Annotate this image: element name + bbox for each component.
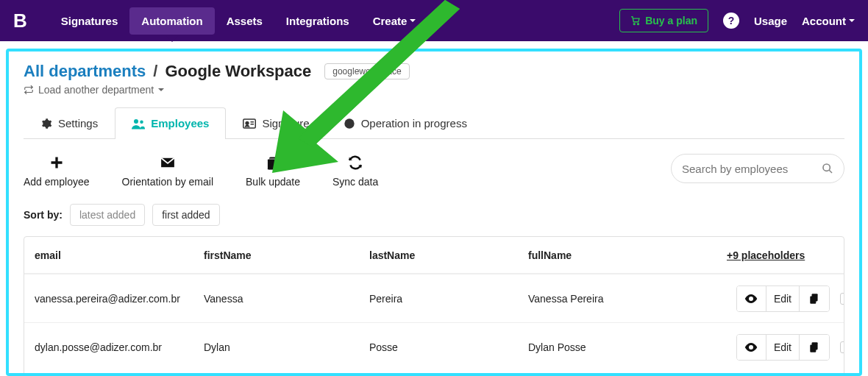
- table-row: vanessa.pereira@adizer.com.br Vanessa Pe…: [24, 274, 844, 322]
- brand-logo: B: [13, 10, 27, 32]
- nav-items: Signatures Automation Assets Integration…: [49, 7, 428, 35]
- id-card-icon: [243, 118, 256, 129]
- chevron-down-icon: [410, 19, 416, 25]
- chevron-down-icon: [158, 88, 164, 94]
- tab-employees[interactable]: Employees: [115, 107, 226, 138]
- search-icon: [822, 162, 833, 175]
- view-button[interactable]: [737, 286, 766, 311]
- cell-firstname: Vanessa: [204, 293, 369, 305]
- action-label: Orientation by email: [122, 176, 214, 188]
- nav-usage[interactable]: Usage: [754, 15, 787, 27]
- nav-label: Account: [802, 15, 846, 27]
- buy-plan-label: Buy a plan: [645, 15, 697, 26]
- row-checkbox[interactable]: [840, 293, 844, 305]
- search-box[interactable]: [671, 154, 844, 183]
- nav-integrations[interactable]: Integrations: [274, 7, 361, 35]
- svg-rect-14: [810, 296, 816, 303]
- nav-automation[interactable]: Automation: [129, 7, 214, 35]
- sync-icon: [348, 155, 363, 170]
- gear-icon: [40, 118, 52, 130]
- tab-settings[interactable]: Settings: [24, 107, 115, 138]
- sort-row: Sort by: latest added first added: [24, 204, 844, 226]
- cell-lastname: Posse: [369, 341, 528, 353]
- header-firstname: firstName: [204, 249, 369, 261]
- svg-rect-16: [810, 344, 816, 352]
- svg-point-1: [638, 24, 639, 25]
- help-icon[interactable]: ?: [723, 13, 739, 29]
- action-label: Sync data: [332, 176, 378, 188]
- nav-right: Buy a plan ? Usage Account: [619, 9, 855, 32]
- employees-table: email firstName lastName fullName +9 pla…: [24, 236, 844, 376]
- sort-latest-button[interactable]: latest added: [70, 204, 145, 226]
- content-shell: All departments / Google Workspace googl…: [6, 49, 862, 376]
- action-bar: Add employee Orientation by email Bulk u…: [24, 154, 844, 188]
- breadcrumb-current: Google Workspace: [165, 62, 311, 81]
- clipboard-icon: [809, 341, 819, 353]
- header-placeholders[interactable]: +9 placeholders: [727, 249, 805, 261]
- svg-point-5: [246, 121, 249, 124]
- header-email: email: [35, 249, 204, 261]
- nav-label: Integrations: [286, 15, 349, 27]
- nav-account[interactable]: Account: [802, 15, 855, 27]
- department-slug: googleworkspace: [324, 63, 409, 79]
- bulk-update-button[interactable]: Bulk update: [246, 154, 300, 188]
- svg-point-11: [823, 164, 830, 171]
- tab-signature[interactable]: Signature: [226, 107, 326, 138]
- progress-icon: [344, 118, 355, 130]
- nav-label: Create: [373, 15, 408, 27]
- nav-label: Usage: [754, 15, 787, 27]
- svg-point-0: [633, 24, 635, 25]
- tab-label: Settings: [58, 117, 98, 130]
- breadcrumb-root[interactable]: All departments: [24, 62, 146, 81]
- breadcrumb-sep: /: [153, 62, 157, 81]
- cell-fullname: Vanessa Pereira: [528, 293, 727, 305]
- action-label: Add employee: [24, 176, 90, 188]
- sort-first-button[interactable]: first added: [152, 204, 219, 226]
- eye-icon: [744, 294, 758, 303]
- load-another-label: Load another department: [38, 84, 154, 96]
- svg-line-12: [829, 170, 832, 173]
- cell-lastname: Pereira: [369, 293, 528, 305]
- chevron-down-icon: [849, 19, 855, 25]
- load-another-department[interactable]: Load another department: [24, 84, 844, 96]
- nav-signatures[interactable]: Signatures: [49, 7, 130, 35]
- cell-email: dylan.posse@adizer.com.br: [35, 341, 204, 353]
- swap-icon: [24, 85, 34, 95]
- nav-assets[interactable]: Assets: [215, 7, 274, 35]
- add-employee-button[interactable]: Add employee: [24, 154, 90, 188]
- buy-plan-button[interactable]: Buy a plan: [619, 9, 708, 32]
- nav-label: Signatures: [61, 15, 118, 27]
- tab-label: Operation in progress: [361, 117, 467, 130]
- copy-button[interactable]: [800, 335, 829, 360]
- tab-label: Employees: [151, 117, 209, 130]
- row-checkbox[interactable]: [840, 341, 844, 353]
- action-label: Bulk update: [246, 176, 300, 188]
- header-fullname: fullName: [528, 249, 727, 261]
- nav-label: Assets: [227, 15, 263, 27]
- row-actions: Edit: [727, 285, 844, 312]
- breadcrumb: All departments / Google Workspace googl…: [24, 62, 844, 81]
- clipboard-icon: [266, 155, 280, 170]
- clipboard-icon: [809, 293, 819, 305]
- cell-email: vanessa.pereira@adizer.com.br: [35, 293, 204, 305]
- svg-rect-10: [268, 159, 277, 170]
- eye-icon: [744, 343, 758, 352]
- copy-button[interactable]: [800, 286, 829, 311]
- svg-point-3: [140, 120, 143, 124]
- cell-firstname: Dylan: [204, 341, 369, 353]
- sort-label: Sort by:: [24, 209, 63, 221]
- svg-point-2: [134, 119, 138, 124]
- sync-data-button[interactable]: Sync data: [332, 154, 378, 188]
- search-input[interactable]: [682, 163, 822, 175]
- cart-icon: [630, 15, 641, 26]
- table-header: email firstName lastName fullName +9 pla…: [24, 237, 844, 274]
- edit-button[interactable]: Edit: [766, 286, 800, 311]
- nav-create[interactable]: Create: [361, 7, 428, 35]
- tab-operation[interactable]: Operation in progress: [327, 107, 484, 138]
- orientation-button[interactable]: Orientation by email: [122, 154, 214, 188]
- edit-button[interactable]: Edit: [766, 335, 800, 360]
- plus-icon: [49, 155, 64, 170]
- view-button[interactable]: [737, 335, 766, 360]
- top-nav: B Signatures Automation Assets Integrati…: [0, 0, 868, 41]
- table-row: dylan.posse@adizer.com.br Dylan Posse Dy…: [24, 322, 844, 371]
